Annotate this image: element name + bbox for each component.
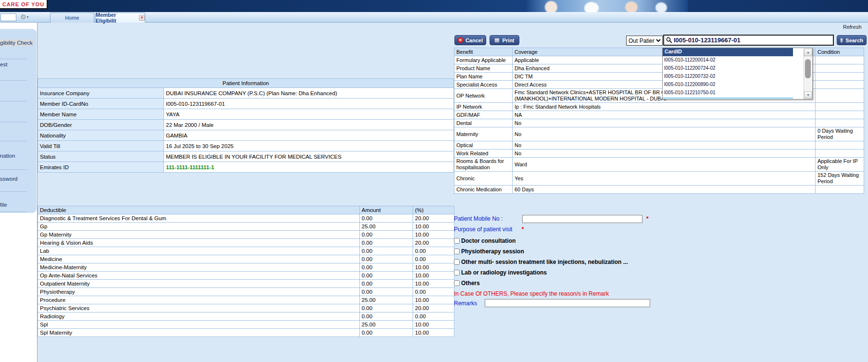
visit-option-checkbox[interactable] [454,270,460,275]
cancel-button[interactable]: ✕ Cancel [454,35,486,45]
cancel-label: Cancel [465,37,483,43]
deductible-service: Diagnostic & Treatment Services For Dent… [38,214,360,223]
deductible-amount: 0.00 [360,263,413,272]
deductible-percent: 10.00 [413,231,454,239]
benefit-condition [816,73,864,81]
visit-option-checkbox[interactable] [454,249,460,254]
close-icon[interactable]: ✕ [139,15,145,21]
photo-figure [584,2,599,12]
deductible-service: Spl Maternity [38,329,360,337]
deductible-percent: 0.00 [413,288,454,296]
benefit-condition [816,150,864,158]
deductible-amount: 25.00 [360,296,413,304]
deductible-amount: 25.00 [360,321,413,329]
deductible-row: Hearing & Vision Aids 0.00 20.00 [38,239,454,247]
deductible-row: Medicine 0.00 0.00 [38,255,454,263]
print-label: Print [502,37,514,43]
sidebar-item[interactable]: file [0,202,7,208]
benefit-name: IP Network [454,103,513,111]
scroll-up-icon[interactable]: ▲ [804,49,812,56]
sidebar-divider [0,169,27,170]
medical-staff-photo [527,0,688,12]
benefit-coverage: No [513,150,816,158]
condition-column-header: Condition [816,48,864,56]
patient-info-row: Emirates ID 111-1111-1111111-1 [38,162,454,173]
deductible-percent: 10.00 [413,272,454,280]
photo-figure [625,1,638,12]
refresh-link[interactable]: Refresh [843,24,862,30]
benefit-row: GDF/MAF NA [454,111,864,119]
deductible-amount: 0.00 [360,247,413,255]
cancel-x-icon: ✕ [458,37,463,43]
visit-purpose-panel: Patient Mobile No : * Purpose of patient… [454,214,742,307]
visit-option-row: Doctor consultation [454,237,742,244]
deductible-row: Spl 25.00 10.00 [38,321,454,329]
benefit-condition: 0 Days Waiting Period [816,127,864,141]
gear-icon: ⚙ [20,13,26,20]
sidebar-quick-search-input[interactable] [0,13,16,21]
benefit-row: Optical No [454,141,864,150]
patient-information-title: Patient Information [38,79,454,88]
sidebar-item[interactable]: gibility Check [0,39,34,46]
benefit-name: Chronic Medication [454,186,513,194]
tab-member-eligibility[interactable]: Member Eligibilit ✕ [95,12,145,23]
sidebar-item[interactable]: est [0,62,7,67]
card-id-option[interactable]: I005-010-112200890-02 [663,81,793,89]
sidebar-divider [0,80,27,81]
benefit-row: Chronic Medication 60 Days [454,186,864,194]
benefit-condition [816,103,864,111]
card-id-option[interactable]: I005-010-112200732-02 [663,73,793,81]
purpose-of-visit-row: Purpose of patient visit * [454,226,742,234]
print-button[interactable]: Print [490,35,519,45]
patient-mobile-input[interactable] [522,215,642,223]
patient-info-label: Insurance Company [38,88,164,99]
patient-info-label: Member Name [38,109,164,120]
deductible-service: Gp [38,223,360,231]
patient-info-row: Valid Till 16 Jul 2025 to 30 Sep 2025 [38,141,454,151]
patient-info-row: Insurance Company DUBAI INSURANCE COMPAN… [38,88,454,99]
visit-option-row: Others [454,280,742,287]
remarks-input[interactable] [485,299,650,307]
benefit-row: Maternity No 0 Days Waiting Period [454,127,864,141]
visit-option-checkbox[interactable] [454,259,460,265]
deductible-amount: 0.00 [360,214,413,223]
patient-info-label: Status [38,151,164,162]
sidebar-item[interactable]: ssword [0,176,17,182]
visit-option-label: Others [461,280,480,287]
visit-option-label: Doctor consultation [461,237,516,244]
sidebar-divider [0,59,27,59]
deductible-amount: 0.00 [360,255,413,263]
sidebar-item[interactable]: nation [0,153,15,159]
deductible-row: Physiotherapy 0.00 0.00 [38,288,454,296]
deductible-percent: 20.00 [413,214,454,223]
card-id-option[interactable]: I005-010-112200724-02 [663,64,793,73]
benefit-name: Specialist Access [454,81,513,89]
benefit-row: IP Network Ip : Fmc Standard Network Hos… [454,103,864,111]
visit-option-checkbox[interactable] [454,238,460,244]
patient-type-select[interactable]: Out Patient [626,36,663,46]
settings-menu-button[interactable]: ⚙ ▾ [20,12,35,21]
deductible-percent: 0.00 [413,247,454,255]
scrollbar-thumb[interactable] [805,59,811,78]
scroll-down-icon[interactable]: ▼ [804,91,812,99]
patient-info-value: 111-1111-1111111-1 [164,162,454,173]
card-id-option[interactable]: I005-010-112210750-01 [663,89,793,97]
card-id-option[interactable]: I005-010-112200014-02 [663,56,793,64]
deductible-row: Outpatient Maternity 0.00 10.00 [38,280,454,288]
deductible-service: Procedure [38,296,360,304]
card-id-option-partial-highlighted[interactable] [663,97,793,100]
patient-info-label: DOB/Gender [38,120,164,130]
patient-mobile-label: Patient Mobile No : [454,215,522,222]
card-search-input[interactable] [674,37,831,44]
visit-option-row: Other multi- session treatment like inje… [454,259,742,265]
deductible-service: Radiology [38,312,360,321]
deductible-row: Radiology 0.00 0.00 [38,312,454,321]
tab-home[interactable]: Home [50,12,94,23]
dropdown-scrollbar[interactable]: ▲ ▼ [804,49,812,99]
deductible-service: Spl [38,321,360,329]
sidebar-menu-panel: gibility Checkestnationsswordfile [0,29,37,213]
visit-option-checkbox[interactable] [454,280,460,286]
benefit-name: Rooms & Boards for hospitalisation [454,158,513,172]
deductible-service: Physiotherapy [38,288,360,296]
search-button[interactable]: Search [837,35,867,45]
